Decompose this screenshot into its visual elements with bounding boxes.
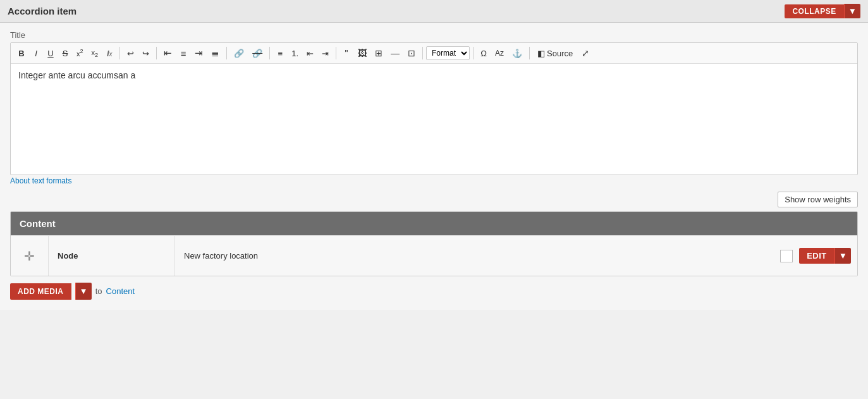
format-select[interactable]: Format <box>426 46 470 60</box>
show-row-weights-button[interactable]: Show row weights <box>778 192 858 207</box>
source-button[interactable]: ◧ Source <box>533 47 577 60</box>
outdent-button[interactable]: ⇤ <box>303 47 317 60</box>
link-button[interactable]: 🔗 <box>230 47 248 60</box>
align-right-button[interactable]: ⇥ <box>191 46 207 61</box>
add-media-dropdown-button[interactable]: ▼ <box>75 283 92 300</box>
chevron-down-icon: ▼ <box>839 251 847 261</box>
subscript-button[interactable]: x2 <box>88 46 102 60</box>
italic-button[interactable]: I <box>29 47 43 60</box>
content-table-header: Content <box>11 212 857 235</box>
unlink-button[interactable]: 🔗 <box>248 47 266 60</box>
location-cell: New factory location <box>175 245 774 267</box>
underline-button[interactable]: U <box>44 47 58 60</box>
editor-content[interactable]: Integer ante arcu accumsan a <box>11 64 857 175</box>
edit-button[interactable]: EDIT <box>799 248 834 264</box>
location-text: New factory location <box>184 251 258 261</box>
chevron-down-icon: ▼ <box>80 286 88 296</box>
separator-4 <box>269 47 270 59</box>
drag-handle-icon[interactable]: ✛ <box>24 249 35 264</box>
separator-2 <box>156 47 157 59</box>
align-left-button[interactable]: ⇤ <box>160 46 176 61</box>
editor-toolbar: B I U S x2 x2 Ix ↩ ↪ ⇤ ≡ ⇥ ≣ 🔗 🔗 ≡ 1. ⇤ … <box>11 43 857 64</box>
indent-button[interactable]: ⇥ <box>318 47 333 60</box>
separator-1 <box>119 47 120 59</box>
source-label: Source <box>547 49 573 58</box>
remove-format-button[interactable]: Ix <box>102 47 116 60</box>
separator-7 <box>473 47 474 59</box>
separator-8 <box>529 47 530 59</box>
undo-button[interactable]: ↩ <box>123 47 138 60</box>
collapse-group: COLLAPSE ▼ <box>785 4 860 18</box>
collapse-button[interactable]: COLLAPSE <box>785 4 843 18</box>
row-weights-bar: Show row weights <box>10 185 858 211</box>
separator-3 <box>226 47 227 59</box>
action-cell: EDIT ▼ <box>774 242 857 270</box>
align-justify-button[interactable]: ≣ <box>207 46 223 61</box>
align-center-button[interactable]: ≡ <box>176 46 190 61</box>
table-row: ✛ Node New factory location EDIT ▼ <box>11 235 857 276</box>
strikethrough-button[interactable]: S <box>58 47 72 60</box>
table-button[interactable]: ⊞ <box>371 46 386 60</box>
node-cell: Node <box>49 236 175 276</box>
blockquote-button[interactable]: " <box>339 46 353 60</box>
hr-button[interactable]: — <box>387 46 403 60</box>
omega-button[interactable]: Ω <box>477 47 491 60</box>
lang-button[interactable]: A​z <box>491 47 508 59</box>
add-media-bar: ADD MEDIA ▼ to Content <box>10 276 858 302</box>
content-link[interactable]: Content <box>106 286 135 296</box>
redo-button[interactable]: ↪ <box>138 47 153 60</box>
row-checkbox[interactable] <box>780 250 793 262</box>
about-text-formats-link[interactable]: About text formats <box>10 176 71 185</box>
fullscreen-button[interactable]: ⤢ <box>578 46 593 60</box>
content-table-wrapper: Content ✛ Node New factory location EDIT… <box>10 211 858 276</box>
node-label: Node <box>58 251 78 261</box>
to-text: to <box>95 286 102 296</box>
drag-cell: ✛ <box>11 236 49 276</box>
source-icon: ◧ <box>537 49 545 58</box>
main-area: Title B I U S x2 x2 Ix ↩ ↪ ⇤ ≡ ⇥ ≣ 🔗 🔗 ≡… <box>0 23 868 310</box>
separator-5 <box>336 47 336 59</box>
collapse-dropdown-button[interactable]: ▼ <box>844 4 860 18</box>
chevron-down-icon: ▼ <box>848 6 857 16</box>
bold-button[interactable]: B <box>15 47 28 60</box>
title-field-label: Title <box>10 30 858 40</box>
anchor-button[interactable]: ⚓ <box>508 47 526 60</box>
bullet-list-button[interactable]: ≡ <box>273 47 287 60</box>
superscript-button[interactable]: x2 <box>73 46 87 60</box>
accordion-header: Accordion item COLLAPSE ▼ <box>0 0 868 23</box>
content-table-body: ✛ Node New factory location EDIT ▼ <box>11 235 857 276</box>
add-media-button[interactable]: ADD MEDIA <box>10 283 71 300</box>
editor-container: B I U S x2 x2 Ix ↩ ↪ ⇤ ≡ ⇥ ≣ 🔗 🔗 ≡ 1. ⇤ … <box>10 42 858 175</box>
accordion-title: Accordion item <box>8 6 76 16</box>
numbered-list-button[interactable]: 1. <box>288 47 302 60</box>
edit-dropdown-button[interactable]: ▼ <box>834 248 851 264</box>
special-char-button[interactable]: ⊡ <box>404 46 419 60</box>
separator-6 <box>422 47 423 59</box>
image-button[interactable]: 🖼 <box>354 46 370 60</box>
